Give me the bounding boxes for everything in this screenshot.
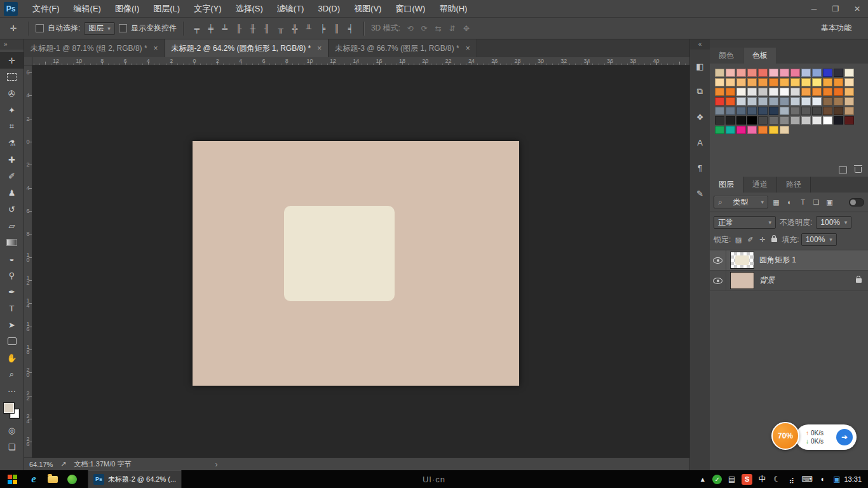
swatch[interactable]	[812, 88, 822, 96]
explorer-taskbar-icon[interactable]	[43, 470, 62, 488]
sogou-input-icon[interactable]: S	[742, 474, 752, 485]
swatch[interactable]	[747, 69, 757, 77]
filter-shape-layers-icon[interactable]: ❏	[810, 196, 822, 208]
clone-stamp-tool[interactable]: ♟	[0, 184, 24, 201]
close-button[interactable]: ✕	[846, 0, 868, 18]
swatch[interactable]	[823, 88, 832, 96]
swatch[interactable]	[758, 69, 768, 77]
quick-mask-button[interactable]: ◎	[0, 422, 24, 438]
zoom-tool[interactable]: ⌕	[0, 366, 24, 383]
foreground-color-swatch[interactable]	[4, 403, 14, 413]
filter-smart-objects-icon[interactable]: ▣	[824, 196, 836, 208]
fill-dropdown[interactable]: 100%	[801, 233, 837, 246]
swatch[interactable]	[834, 107, 843, 115]
swatch[interactable]	[769, 97, 778, 105]
swatch[interactable]	[715, 116, 724, 125]
3d-slide-icon[interactable]: ⇵	[446, 22, 459, 35]
night-mode-icon[interactable]: ☾	[772, 473, 782, 485]
swatch[interactable]	[790, 88, 800, 96]
menu-file[interactable]: 文件(F)	[25, 0, 67, 18]
document-tab[interactable]: 未标题-1 @ 87.1% (组 2, RGB/8) *×	[24, 39, 165, 57]
filter-adjustment-layers-icon[interactable]: ◐	[783, 196, 796, 208]
swatch[interactable]	[812, 78, 822, 86]
swatch[interactable]	[780, 69, 789, 77]
swatch[interactable]	[801, 97, 811, 105]
lasso-tool[interactable]: ✇	[0, 85, 24, 102]
swatch[interactable]	[736, 97, 746, 105]
swatch[interactable]	[844, 69, 854, 77]
align-bottom-edges-icon[interactable]: ╧	[219, 22, 231, 35]
horizontal-type-tool[interactable]: T	[0, 300, 24, 316]
tab-swatches[interactable]: 色板	[743, 48, 777, 64]
swatch[interactable]	[790, 78, 800, 86]
gradient-tool[interactable]	[0, 234, 24, 250]
swatch[interactable]	[834, 116, 843, 125]
document-tab[interactable]: 未标题-2 @ 64.2% (圆角矩形 1, RGB/8) *×	[165, 39, 329, 57]
swatch[interactable]	[715, 107, 724, 115]
menu-filter[interactable]: 滤镜(T)	[270, 0, 311, 18]
swatch[interactable]	[747, 97, 757, 105]
show-transform-checkbox[interactable]	[119, 24, 127, 32]
swatch[interactable]	[844, 97, 854, 105]
menu-3d[interactable]: 3D(D)	[311, 0, 347, 18]
swatch[interactable]	[780, 97, 789, 105]
swatch[interactable]	[780, 116, 789, 125]
screen-mode-button[interactable]: ❏	[0, 438, 24, 455]
distribute-horizontal-centers-icon[interactable]: ║	[330, 22, 343, 35]
move-tool[interactable]: ✛	[0, 52, 24, 69]
distribute-left-edges-icon[interactable]: ╞	[316, 22, 329, 35]
libraries-panel-icon[interactable]: ⧉	[690, 83, 710, 100]
opacity-dropdown[interactable]: 100%	[816, 216, 851, 229]
swatch[interactable]	[844, 78, 854, 86]
swatch[interactable]	[812, 116, 822, 125]
swatch[interactable]	[747, 116, 757, 125]
status-expand-icon[interactable]: ›	[215, 460, 217, 469]
brush-presets-panel-icon[interactable]: ✎	[690, 184, 710, 202]
swatch[interactable]	[736, 78, 746, 86]
swatch[interactable]	[726, 69, 735, 77]
device-tray-icon[interactable]: ▤	[727, 473, 736, 485]
lock-image-pixels-icon[interactable]: ✐	[745, 234, 756, 245]
volume-icon[interactable]: ◖	[817, 473, 827, 485]
styles-panel-icon[interactable]: ❖	[690, 108, 710, 126]
3d-scale-icon[interactable]: ✥	[460, 22, 473, 35]
swatch[interactable]	[823, 69, 832, 77]
swatch[interactable]	[769, 69, 778, 77]
vertical-ruler[interactable]: 642024681 01 21 41 61 82 02 22 42 6	[24, 65, 32, 458]
browser-taskbar-icon[interactable]: e	[24, 470, 43, 488]
distribute-top-edges-icon[interactable]: ╥	[275, 22, 287, 35]
collapse-tools-icon[interactable]: »	[0, 39, 24, 50]
network-icon[interactable]: ⣴	[787, 473, 796, 485]
swatch[interactable]	[801, 107, 811, 115]
swatch[interactable]	[834, 69, 843, 77]
tab-close-icon[interactable]: ×	[154, 44, 158, 53]
rectangular-marquee-tool[interactable]	[0, 69, 24, 85]
menu-image[interactable]: 图像(I)	[108, 0, 146, 18]
layer-filter-toggle[interactable]	[849, 198, 864, 207]
restore-button[interactable]: ❐	[825, 0, 846, 18]
layer-thumbnail[interactable]	[730, 272, 754, 289]
swatch[interactable]	[812, 97, 822, 105]
align-vertical-centers-icon[interactable]: ╪	[205, 22, 217, 35]
brush-tool[interactable]: ✐	[0, 168, 24, 184]
photoshop-task-button[interactable]: Ps 未标题-2 @ 64.2% (...	[88, 470, 182, 488]
layer-visibility-toggle[interactable]	[710, 271, 726, 290]
eyedropper-tool[interactable]: ⚗	[0, 135, 24, 151]
lock-all-icon[interactable]	[769, 234, 780, 245]
delete-swatch-icon[interactable]	[855, 167, 862, 173]
swatch[interactable]	[747, 126, 757, 134]
swatch[interactable]	[758, 126, 768, 134]
distribute-bottom-edges-icon[interactable]: ╨	[302, 22, 315, 35]
swatch[interactable]	[736, 116, 746, 125]
export-icon[interactable]: ↗	[60, 460, 66, 468]
tab-layers[interactable]: 图层	[710, 177, 743, 193]
pen-tool[interactable]: ✒	[0, 283, 24, 300]
swatch[interactable]	[736, 107, 746, 115]
swatch[interactable]	[780, 78, 789, 86]
layer-thumbnail[interactable]	[730, 252, 754, 269]
swatch[interactable]	[758, 88, 768, 96]
collapse-panels-icon[interactable]: «	[690, 39, 710, 50]
swatch[interactable]	[769, 126, 778, 134]
swatch[interactable]	[823, 107, 832, 115]
ime-language-icon[interactable]: 中	[757, 473, 767, 485]
